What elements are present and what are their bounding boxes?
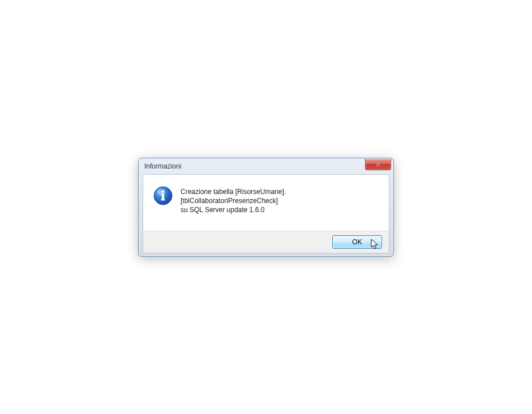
close-icon	[375, 162, 381, 167]
dialog-button-bar: OK	[143, 231, 389, 253]
svg-point-2	[162, 190, 164, 192]
ok-button[interactable]: OK	[332, 235, 382, 249]
message-line-1: Creazione tabella [RisorseUmane].[tblCol…	[181, 188, 286, 205]
info-dialog: Informazioni	[138, 158, 394, 257]
svg-rect-4	[161, 199, 165, 201]
dialog-title: Informazioni	[144, 162, 365, 170]
close-button[interactable]	[365, 159, 391, 170]
svg-rect-5	[161, 194, 164, 195]
message-line-2: su SQL Server update 1.6.0	[181, 206, 264, 214]
titlebar[interactable]: Informazioni	[139, 158, 393, 174]
dialog-message: Creazione tabella [RisorseUmane].[tblCol…	[181, 186, 379, 215]
info-icon	[153, 186, 173, 205]
dialog-content: Creazione tabella [RisorseUmane].[tblCol…	[143, 174, 389, 231]
